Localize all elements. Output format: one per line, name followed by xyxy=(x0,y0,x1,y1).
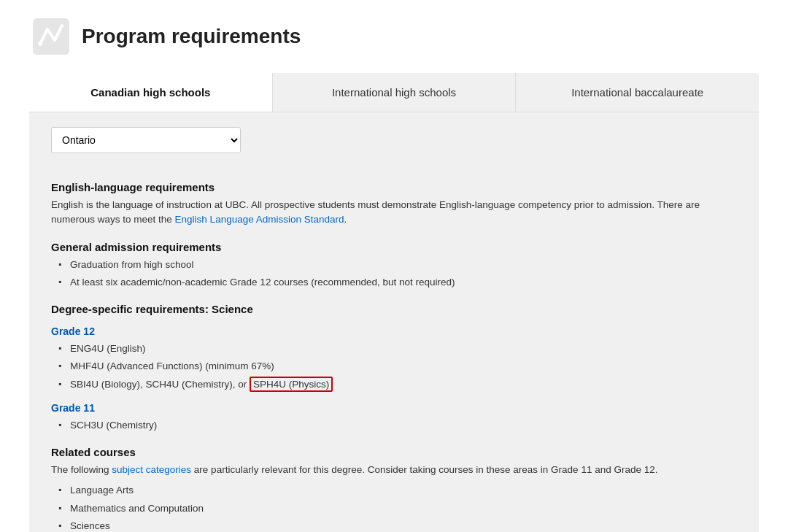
degree-specific-heading: Degree-specific requirements: Science xyxy=(51,303,737,315)
province-select[interactable]: Ontario Alberta British Columbia Manitob… xyxy=(51,127,241,153)
subject-categories-link[interactable]: subject categories xyxy=(112,464,191,475)
tabs-bar: Canadian high schools International high… xyxy=(29,73,759,112)
tab-content-canadian: Ontario Alberta British Columbia Manitob… xyxy=(29,112,759,532)
grade11-heading: Grade 11 xyxy=(51,402,737,414)
page-title: Program requirements xyxy=(82,25,301,48)
grade11-list: SCH3U (Chemistry) xyxy=(51,418,737,433)
tabs-container: Canadian high schools International high… xyxy=(29,73,759,532)
list-item: Sciences xyxy=(58,519,737,532)
list-item: At least six academic/non-academic Grade… xyxy=(58,275,737,290)
tab-international[interactable]: International high schools xyxy=(273,73,517,112)
related-courses-list: Language Arts Mathematics and Computatio… xyxy=(51,483,737,532)
list-item: Graduation from high school xyxy=(58,258,737,272)
highlighted-course: SPH4U (Physics) xyxy=(250,377,333,392)
list-item: SCH3U (Chemistry) xyxy=(58,418,737,433)
tab-ib[interactable]: International baccalaureate xyxy=(516,73,759,112)
list-item: ENG4U (English) xyxy=(58,342,737,356)
general-admission-heading: General admission requirements xyxy=(51,241,737,253)
english-standard-link[interactable]: English Language Admission Standard xyxy=(175,214,344,225)
list-item: SBI4U (Biology), SCH4U (Chemistry), or S… xyxy=(58,377,737,392)
general-requirements-list: Graduation from high school At least six… xyxy=(51,258,737,290)
grade12-list: ENG4U (English) MHF4U (Advanced Function… xyxy=(51,342,737,392)
grade12-heading: Grade 12 xyxy=(51,325,737,337)
english-requirements-heading: English-language requirements xyxy=(51,181,737,193)
related-courses-heading: Related courses xyxy=(51,446,737,458)
related-courses-text: The following subject categories are par… xyxy=(51,463,737,477)
list-item: MHF4U (Advanced Functions) (minimum 67%) xyxy=(58,359,737,374)
svg-point-1 xyxy=(38,42,42,46)
english-requirements-text: English is the language of instruction a… xyxy=(51,198,737,228)
tab-canadian[interactable]: Canadian high schools xyxy=(29,73,273,112)
logo-icon xyxy=(29,15,73,58)
list-item: Language Arts xyxy=(58,483,737,498)
list-item: Mathematics and Computation xyxy=(58,501,737,516)
